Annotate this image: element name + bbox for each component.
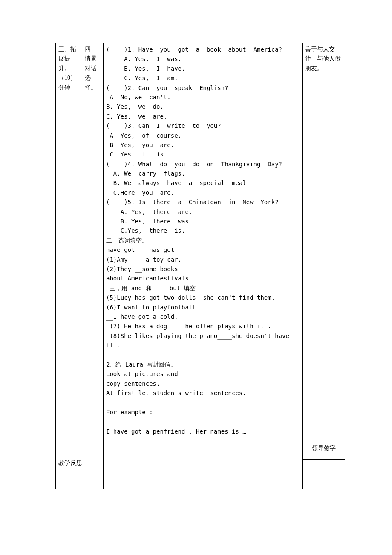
table-row: 三、拓展提升。 （10）分钟 四、情景对话选择。 ( )1. Have you … [56,43,345,438]
note-cell: 善于与人交往，与他人做朋友。 [303,43,345,438]
reflection-label-cell: 教学反思 [56,438,104,489]
content-cell: ( )1. Have you got a book about America?… [104,43,303,438]
note-text: 善于与人交往，与他人做朋友。 [305,46,341,72]
exercise-content: ( )1. Have you got a book about America?… [106,45,300,436]
reflection-content-cell [104,438,303,489]
signature-label-cell: 领导签字 [303,438,345,460]
table-row: 教学反思 领导签字 [56,438,345,460]
section-label-cell: 三、拓展提升。 （10）分钟 [56,43,82,438]
subsection-label-cell: 四、情景对话选择。 [82,43,104,438]
subsection-label: 四、情景对话选择。 [85,46,97,91]
section-label: 三、拓展提升。 （10）分钟 [58,45,79,92]
signature-cell [303,460,345,489]
signature-label: 领导签字 [312,444,336,453]
lesson-plan-table: 三、拓展提升。 （10）分钟 四、情景对话选择。 ( )1. Have you … [55,43,345,489]
reflection-label: 教学反思 [58,459,82,468]
